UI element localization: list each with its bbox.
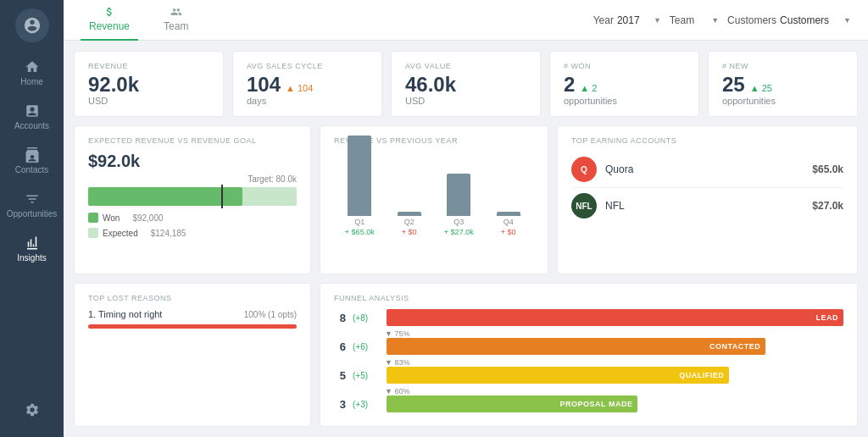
filter-customers-select[interactable]: Customers <box>780 14 842 26</box>
sidebar-item-opportunities[interactable]: Opportunities <box>0 183 64 227</box>
kpi-revenue-value: 92.0k <box>88 74 209 96</box>
funnel-pct-2: ▼ 60% <box>385 387 843 396</box>
account-name-nfl: NFL <box>605 200 804 212</box>
legend-row: Won $92,000 <box>88 213 297 223</box>
filter-year-select[interactable]: 2017 <box>617 14 652 26</box>
funnel-stage-2: 5 (+5) QUALIFIED ▼ 60% <box>334 367 843 396</box>
header-filters: Year 2017 ▼ Team ▼ Customers <box>593 14 851 26</box>
funnel-delta-1: (+6) <box>353 342 380 351</box>
kpi-avg-sales-unit: days <box>247 96 368 106</box>
funnel-stages: 8 (+8) LEAD ▼ 75% 6 (+6) CONTACTED ▼ 83%… <box>334 309 843 412</box>
filter-customers-label: Customers <box>727 14 776 26</box>
mid-row: EXPECTED REVENUE VS REVENUE GOAL $92.0k … <box>74 125 858 274</box>
funnel-delta-0: (+8) <box>353 313 380 323</box>
bar-col-Q3: Q3 + $27.0k <box>442 174 476 236</box>
account-row-nfl: NFL NFL $27.0k <box>571 188 843 224</box>
kpi-revenue-label: REVENUE <box>88 62 209 70</box>
bar-change: + $0 <box>402 228 417 236</box>
sidebar-item-home[interactable]: Home <box>0 51 64 95</box>
kpi-avg-sales-value: 104 <box>247 74 281 96</box>
lost-reason-item: 1. Timing not right 100% (1 opts) <box>88 309 297 329</box>
account-value-nfl: $27.0k <box>812 200 843 212</box>
lost-bar <box>88 324 297 329</box>
kpi-avg-value-label: AVG VALUE <box>405 62 526 70</box>
funnel-bar-2: QUALIFIED <box>387 367 729 384</box>
top-accounts-card: TOP EARNING ACCOUNTS Q Quora $65.0k NFL … <box>557 125 858 274</box>
lost-list: 1. Timing not right 100% (1 opts) <box>88 309 297 329</box>
header-tabs: Revenue Team <box>81 0 197 41</box>
funnel-pct-1: ▼ 83% <box>385 358 843 367</box>
sidebar-item-accounts-label: Accounts <box>14 121 49 130</box>
kpi-new-unit: opportunities <box>722 96 843 106</box>
lost-rank: 1. Timing not right <box>88 309 162 319</box>
accounts-icon <box>25 103 40 119</box>
funnel-bar-label-3: PROPOSAL MADE <box>560 400 633 408</box>
funnel-bar-label-0: LEAD <box>816 313 839 322</box>
kpi-won-change: ▲ 2 <box>580 83 597 93</box>
funnel-stage-0: 8 (+8) LEAD ▼ 75% <box>334 309 843 338</box>
legend-won-box <box>88 213 98 223</box>
kpi-avg-sales: AVG SALES CYCLE 104 ▲ 104 days <box>232 51 382 117</box>
filter-customers-group: Customers Customers ▼ <box>727 14 851 26</box>
dashboard: REVENUE 92.0k USD AVG SALES CYCLE 104 ▲ … <box>64 41 868 437</box>
sidebar-item-contacts-label: Contacts <box>15 165 48 174</box>
funnel-bar-label-1: CONTACTED <box>709 342 760 351</box>
main-content: Revenue Team Year 2017 ▼ Team <box>64 0 868 437</box>
chevron-down-icon3: ▼ <box>843 16 851 25</box>
account-row-quora: Q Quora $65.0k <box>571 152 843 188</box>
sidebar-item-insights[interactable]: Insights <box>0 227 64 271</box>
tab-revenue[interactable]: Revenue <box>81 0 138 41</box>
tab-team-label: Team <box>164 20 188 32</box>
sidebar-item-opportunities-label: Opportunities <box>7 209 57 218</box>
settings-icon <box>25 402 40 418</box>
sidebar-item-settings[interactable] <box>0 394 64 429</box>
bar-marker <box>221 185 223 208</box>
funnel-row-3: 3 (+3) PROPOSAL MADE <box>334 396 843 412</box>
account-value-quora: $65.0k <box>812 163 843 175</box>
funnel-stage-3: 3 (+3) PROPOSAL MADE <box>334 396 843 412</box>
legend-expected-value: $124,185 <box>151 229 186 238</box>
kpi-won-unit: opportunities <box>564 96 685 106</box>
legend-expected: Expected $124,185 <box>88 228 186 238</box>
bar-chart-area: Q1 + $65.0k Q2 + $0 Q3 + $27.0k Q4 + $0 <box>334 152 534 236</box>
funnel-bar-wrap-3: PROPOSAL MADE <box>387 396 843 412</box>
bar-col-Q2: Q2 + $0 <box>392 212 427 236</box>
funnel-bar-wrap-0: LEAD <box>387 309 843 326</box>
kpi-new-value: 25 <box>722 74 745 96</box>
bar <box>447 174 470 216</box>
sidebar-item-contacts[interactable]: Contacts <box>0 139 64 183</box>
legend-expected-label: Expected <box>103 229 138 238</box>
funnel-bar-label-2: QUALIFIED <box>679 371 724 379</box>
account-logo-nfl: NFL <box>571 193 597 218</box>
bot-row: TOP LOST REASONS 1. Timing not right 100… <box>74 283 858 427</box>
kpi-avg-sales-change: ▲ 104 <box>286 83 313 93</box>
tab-team[interactable]: Team <box>155 0 197 41</box>
lost-title: TOP LOST REASONS <box>88 294 297 302</box>
filter-team-select[interactable] <box>698 14 709 26</box>
tab-revenue-label: Revenue <box>89 20 130 32</box>
legend-won-value: $92,000 <box>132 213 163 223</box>
rev-prev-card: REVENUE VS PREVIOUS YEAR Q1 + $65.0k Q2 … <box>320 125 548 274</box>
funnel-bar-3: PROPOSAL MADE <box>387 396 637 412</box>
bar <box>348 136 371 216</box>
kpi-avg-value-value: 46.0k <box>405 74 526 96</box>
dollar-icon <box>103 6 115 18</box>
bar-label: Q3 <box>453 218 464 226</box>
legend-won-label: Won <box>103 213 120 223</box>
kpi-revenue-unit: USD <box>88 96 209 106</box>
chevron-down-icon: ▼ <box>654 16 661 25</box>
funnel-stage-1: 6 (+6) CONTACTED ▼ 83% <box>334 338 843 367</box>
bar <box>497 212 520 216</box>
sidebar-item-accounts[interactable]: Accounts <box>0 95 64 139</box>
bar-change: + $65.0k <box>345 228 375 236</box>
bar-change: + $0 <box>501 228 516 236</box>
rev-goal-target: Target: 80.0k <box>88 174 297 184</box>
rev-goal-amount: $92.0k <box>88 152 297 171</box>
sidebar-item-home-label: Home <box>20 77 43 86</box>
bar-label: Q2 <box>404 218 415 226</box>
funnel-count-2: 5 <box>334 369 346 382</box>
contacts-icon <box>25 147 40 163</box>
rev-goal-title: EXPECTED REVENUE VS REVENUE GOAL <box>88 136 297 145</box>
funnel-bar-1: CONTACTED <box>387 338 765 355</box>
legend-row2: Expected $124,185 <box>88 228 297 238</box>
